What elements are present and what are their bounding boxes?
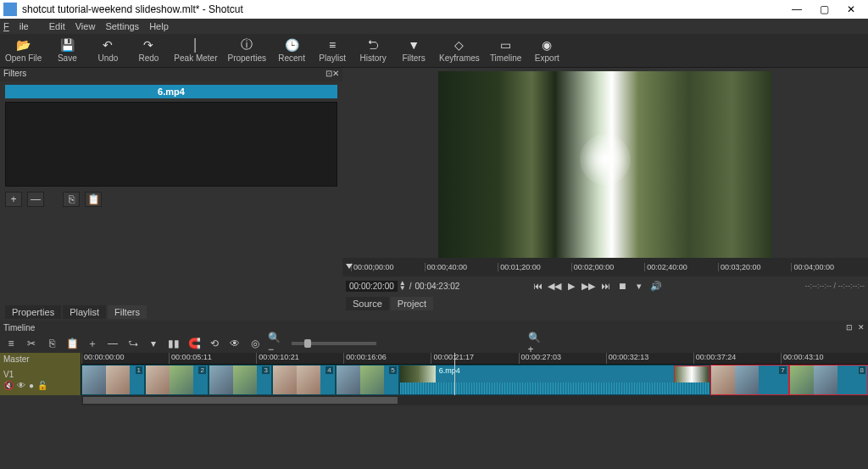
hide-icon[interactable]: 👁 — [17, 381, 25, 390]
clip-3[interactable]: 3 — [209, 365, 272, 395]
remove-filter-button[interactable]: — — [27, 192, 44, 207]
filters-panel-title: Filters — [3, 69, 26, 81]
panel-close-icon[interactable]: ✕ — [332, 69, 339, 81]
history-button[interactable]: ⮌History — [358, 38, 388, 63]
menu-icon[interactable]: ≡ — [3, 336, 19, 351]
tab-playlist[interactable]: Playlist — [63, 305, 106, 319]
filters-button[interactable]: ▼Filters — [398, 38, 429, 63]
stop-icon[interactable]: ⏹ — [615, 281, 629, 292]
menu-edit[interactable]: Edit — [49, 21, 65, 31]
keyframes-button[interactable]: ◇Keyframes — [439, 38, 480, 63]
properties-button[interactable]: ⓘProperties — [228, 38, 267, 63]
clip-1[interactable]: 1 — [81, 365, 145, 395]
panel-float-icon[interactable]: ⊡ — [326, 69, 332, 81]
timeline-button[interactable]: ▭Timeline — [490, 38, 521, 63]
split-icon[interactable]: ▮▮ — [166, 336, 181, 351]
window-titlebar: shotcut tutorial-weekend slideshow.mlt* … — [0, 0, 868, 19]
zoom-slider[interactable] — [292, 342, 376, 345]
lift-icon[interactable]: ⮑ — [125, 336, 141, 351]
preview-ruler[interactable]: 00:00;00:0000:00;40:0000:01;20:0000:02;0… — [342, 258, 868, 276]
zoom-in-icon[interactable]: 🔍+ — [528, 336, 543, 351]
close-window-button[interactable]: ✕ — [837, 0, 865, 19]
clip-5[interactable]: 5 — [336, 365, 399, 395]
clip-6[interactable]: 6.mp46 — [399, 365, 710, 395]
menu-file[interactable]: File — [3, 21, 39, 31]
keyframes-icon: ◇ — [453, 38, 466, 52]
selected-clip-name[interactable]: 6.mp4 — [5, 85, 337, 98]
save-icon: 💾 — [60, 38, 74, 52]
playlist-button[interactable]: ≡Playlist — [317, 38, 348, 63]
record-icon[interactable]: ● — [29, 381, 34, 390]
transport-bar: 00:00:20:00 ▲▼ / 00:04:23:02 ⏮◀◀▶▶▶⏭⏹▾🔊 … — [342, 276, 868, 295]
forward-icon[interactable]: ▶▶ — [581, 281, 595, 292]
current-timecode[interactable]: 00:00:20:00 — [346, 281, 398, 292]
tab-source[interactable]: Source — [346, 297, 389, 310]
paste-filter-button[interactable]: 📋 — [85, 192, 102, 207]
timeline-hscroll[interactable] — [81, 395, 868, 405]
ripple-all-icon[interactable]: ◎ — [248, 336, 263, 351]
clip-2[interactable]: 2 — [145, 365, 209, 395]
add-filter-button[interactable]: + — [5, 192, 22, 207]
append-icon[interactable]: ＋ — [85, 336, 100, 351]
ripple-icon[interactable]: 👁 — [227, 336, 242, 351]
skip-next-icon[interactable]: ⏭ — [598, 281, 612, 292]
timeline-playhead[interactable] — [454, 353, 455, 395]
open-file-button[interactable]: 📂Open File — [5, 38, 42, 63]
mute-icon[interactable]: 🔇 — [3, 381, 14, 390]
scrub-icon[interactable]: ⟲ — [207, 336, 222, 351]
clip-4[interactable]: 4 — [272, 365, 336, 395]
redo-icon: ↷ — [142, 38, 155, 52]
volume-icon[interactable]: 🔊 — [649, 281, 663, 292]
skip-prev-icon[interactable]: ⏮ — [531, 281, 544, 292]
remove-icon[interactable]: — — [105, 336, 120, 351]
track-v1-clips[interactable]: 123456.mp4678 — [81, 365, 868, 395]
timeline-icon: ▭ — [499, 38, 513, 52]
tab-filters[interactable]: Filters — [108, 305, 147, 319]
timeline-ruler[interactable]: 00:00:00:0000:00:05:1100:00:10:2100:00:1… — [81, 353, 868, 365]
lock-icon[interactable]: 🔓 — [37, 381, 47, 390]
cut-icon[interactable]: ✂ — [24, 336, 39, 351]
undo-icon: ↶ — [101, 38, 114, 52]
master-track-header[interactable]: Master — [0, 353, 81, 365]
maximize-button[interactable]: ▢ — [810, 0, 837, 19]
minimize-button[interactable]: — — [783, 0, 810, 19]
track-v1-header[interactable]: V1 🔇 👁 ● 🔓 — [0, 365, 81, 395]
peak-meter-button[interactable]: │Peak Meter — [174, 38, 217, 63]
clip-7[interactable]: 7 — [710, 365, 789, 395]
track-name: V1 — [3, 370, 77, 379]
save-button[interactable]: 💾Save — [52, 38, 82, 63]
tab-properties[interactable]: Properties — [5, 305, 61, 319]
tab-project[interactable]: Project — [391, 297, 433, 310]
timeline-toolbar: ≡✂⎘📋＋—⮑▾▮▮🧲⟲👁◎🔍−🔍+ — [0, 334, 868, 353]
copy-filter-button[interactable]: ⎘ — [63, 192, 80, 207]
video-preview[interactable] — [438, 71, 772, 258]
recent-button[interactable]: 🕒Recent — [276, 38, 307, 63]
timeline-panel-header: Timeline ⊡ ✕ — [0, 321, 868, 334]
copy-icon[interactable]: ⎘ — [44, 336, 59, 351]
zoom-out-icon[interactable]: 🔍− — [268, 336, 283, 351]
overwrite-icon[interactable]: ▾ — [146, 336, 161, 351]
timeline-close-icon[interactable]: ✕ — [858, 323, 865, 332]
filters-icon: ▼ — [407, 38, 420, 52]
timecode-spinner[interactable]: ▲▼ — [399, 281, 406, 291]
dropdown-icon[interactable]: ▾ — [632, 281, 646, 292]
peak-meter-icon: │ — [189, 38, 203, 52]
playlist-icon: ≡ — [326, 38, 339, 52]
redo-button[interactable]: ↷Redo — [133, 38, 164, 63]
undo-button[interactable]: ↶Undo — [92, 38, 123, 63]
recent-icon: 🕒 — [285, 38, 298, 52]
snap-icon[interactable]: 🧲 — [186, 336, 202, 351]
export-button[interactable]: ◉Export — [531, 38, 562, 63]
paste-icon[interactable]: 📋 — [64, 336, 80, 351]
filters-panel: Filters⊡✕ 6.mp4 + — ⎘ 📋 Properties Playl… — [0, 68, 342, 321]
play-icon[interactable]: ▶ — [565, 281, 578, 292]
export-icon: ◉ — [540, 38, 554, 52]
rewind-icon[interactable]: ◀◀ — [548, 281, 561, 292]
menu-settings[interactable]: Settings — [105, 21, 139, 31]
menu-help[interactable]: Help — [149, 21, 169, 31]
timeline-float-icon[interactable]: ⊡ — [846, 323, 853, 332]
clip-8[interactable]: 8 — [789, 365, 868, 395]
app-icon — [3, 3, 17, 16]
menu-view[interactable]: View — [75, 21, 96, 31]
main-toolbar: 📂Open File💾Save↶Undo↷Redo│Peak MeterⓘPro… — [0, 34, 868, 68]
